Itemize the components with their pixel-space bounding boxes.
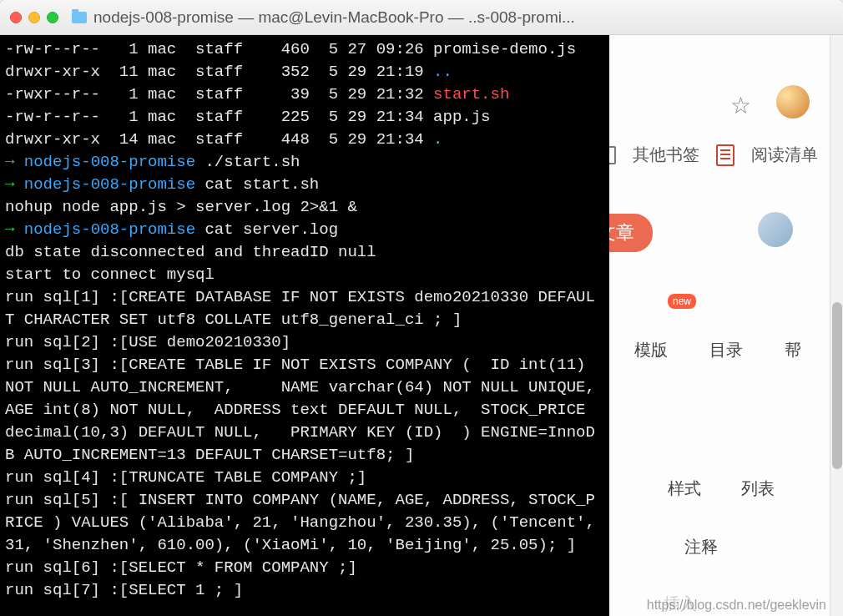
zoom-icon[interactable] xyxy=(47,12,58,23)
menu-note[interactable]: 注释 xyxy=(684,536,718,558)
profile-circle-icon[interactable] xyxy=(758,212,793,247)
titlebar[interactable]: nodejs-008-promise — mac@Levin-MacBook-P… xyxy=(0,0,843,35)
menu-help[interactable]: 帮 xyxy=(785,339,801,361)
traffic-lights xyxy=(10,12,58,23)
menu-template[interactable]: 模版 xyxy=(634,339,668,361)
star-icon[interactable]: ☆ xyxy=(730,92,751,119)
new-badge: new xyxy=(668,294,696,309)
terminal-window: nodejs-008-promise — mac@Levin-MacBook-P… xyxy=(0,0,843,616)
close-icon[interactable] xyxy=(10,12,22,23)
folder-icon xyxy=(72,12,87,23)
terminal-output[interactable]: -rw-r--r-- 1 mac staff 460 5 27 09:26 pr… xyxy=(0,35,609,616)
scroll-thumb[interactable] xyxy=(832,302,842,469)
avatar[interactable] xyxy=(776,85,810,119)
scrollbar[interactable] xyxy=(830,35,843,616)
content-area: ☆ » 其他书签 阅读清单 ] ] –zsh — 8… 发布文章 new 模版 … xyxy=(0,35,843,616)
bookmark-folder-label[interactable]: 其他书签 xyxy=(633,144,699,166)
menu-toc[interactable]: 目录 xyxy=(709,339,743,361)
menu-style[interactable]: 样式 xyxy=(668,477,701,500)
window-title: nodejs-008-promise — mac@Levin-MacBook-P… xyxy=(93,8,833,27)
menu-list[interactable]: 列表 xyxy=(741,477,775,500)
reading-list-label[interactable]: 阅读清单 xyxy=(751,144,818,166)
reading-list-icon[interactable] xyxy=(716,144,734,166)
minimize-icon[interactable] xyxy=(28,12,40,23)
watermark: https://blog.csdn.net/geeklevin xyxy=(647,598,826,613)
